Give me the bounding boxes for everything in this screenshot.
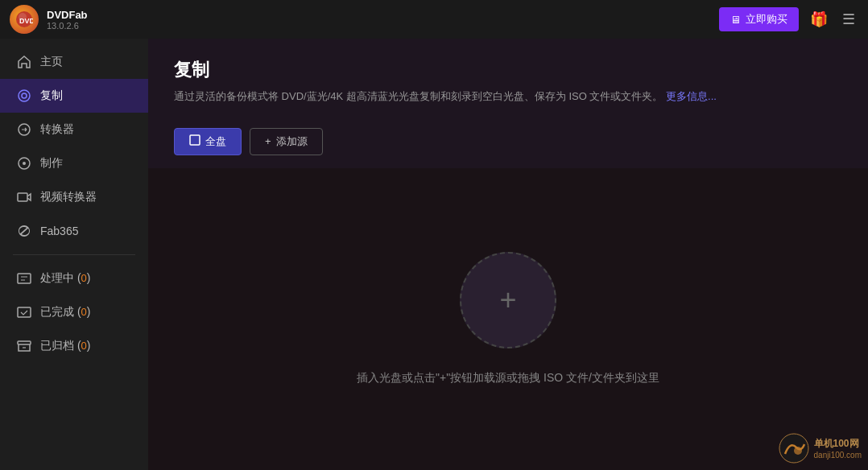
- app-version: 13.0.2.6: [47, 21, 88, 31]
- gift-icon: 🎁: [810, 11, 828, 27]
- sidebar-item-copy-label: 复制: [40, 89, 63, 103]
- app-logo-icon: DVD: [10, 5, 39, 34]
- sidebar-item-video-converter[interactable]: 视频转换器: [0, 180, 148, 214]
- processing-count: 0: [81, 272, 87, 284]
- drop-area[interactable]: + 插入光盘或点击"+"按钮加载源或拖拽 ISO 文件/文件夹到这里 单机100…: [148, 168, 868, 470]
- drop-hint: 插入光盘或点击"+"按钮加载源或拖拽 ISO 文件/文件夹到这里: [357, 371, 659, 385]
- sidebar-item-home-label: 主页: [40, 55, 63, 69]
- svg-point-7: [23, 162, 26, 165]
- sidebar: 主页 复制 转换器: [0, 39, 148, 470]
- svg-point-13: [779, 434, 808, 463]
- creator-icon: [16, 155, 32, 171]
- app-name: DVDFab: [47, 9, 88, 21]
- sidebar-item-fab365[interactable]: Fab365: [0, 214, 148, 248]
- plus-icon: +: [499, 286, 516, 315]
- topbar: DVD DVDFab 13.0.2.6 🖥 立即购买 🎁 ☰: [0, 0, 868, 39]
- converter-icon: [16, 122, 32, 138]
- processing-icon: [16, 270, 32, 287]
- full-disc-label: 全盘: [205, 134, 226, 149]
- sidebar-item-home[interactable]: 主页: [0, 45, 148, 79]
- toolbar: 全盘 + 添加源: [148, 118, 868, 168]
- more-info-link[interactable]: 更多信息...: [666, 90, 717, 102]
- buy-icon: 🖥: [730, 14, 741, 26]
- description-text: 通过灵活的备份模式将 DVD/蓝光/4K 超高清蓝光光盘复制和刻录到空白光盘、保…: [174, 90, 663, 102]
- sidebar-item-creator[interactable]: 制作: [0, 146, 148, 180]
- watermark-text: 单机100网 danji100.com: [814, 437, 862, 460]
- add-source-circle[interactable]: +: [460, 252, 556, 348]
- fab365-icon: [16, 223, 32, 239]
- svg-rect-9: [18, 274, 31, 283]
- svg-point-14: [794, 447, 802, 455]
- watermark-site: 单机100网: [814, 437, 859, 451]
- archived-icon: [16, 338, 32, 354]
- sidebar-item-archived[interactable]: 已归档 (0): [0, 329, 148, 363]
- copy-icon: [16, 88, 32, 104]
- add-source-button[interactable]: + 添加源: [250, 128, 323, 155]
- sidebar-item-completed-label: 已完成 (0): [40, 305, 90, 320]
- home-icon: [16, 54, 32, 70]
- sidebar-item-completed[interactable]: 已完成 (0): [0, 295, 148, 329]
- watermark: 单机100网 danji100.com: [779, 433, 862, 464]
- svg-point-4: [22, 93, 27, 98]
- watermark-sub: danji100.com: [814, 451, 862, 460]
- svg-rect-10: [18, 307, 31, 317]
- sidebar-item-copy[interactable]: 复制: [0, 79, 148, 113]
- menu-button[interactable]: ☰: [839, 7, 858, 31]
- buy-button[interactable]: 🖥 立即购买: [719, 7, 799, 31]
- svg-rect-12: [190, 135, 200, 145]
- sidebar-item-creator-label: 制作: [40, 156, 63, 171]
- sidebar-item-fab365-label: Fab365: [40, 225, 78, 237]
- main-layout: 主页 复制 转换器: [0, 39, 868, 470]
- content-header: 复制 通过灵活的备份模式将 DVD/蓝光/4K 超高清蓝光光盘复制和刻录到空白光…: [148, 39, 868, 118]
- add-source-label: 添加源: [276, 134, 308, 149]
- archived-count: 0: [81, 340, 87, 352]
- svg-point-3: [19, 90, 30, 101]
- sidebar-item-processing[interactable]: 处理中 (0): [0, 262, 148, 295]
- content-description: 通过灵活的备份模式将 DVD/蓝光/4K 超高清蓝光光盘复制和刻录到空白光盘、保…: [174, 89, 842, 105]
- content-area: 复制 通过灵活的备份模式将 DVD/蓝光/4K 超高清蓝光光盘复制和刻录到空白光…: [148, 39, 868, 470]
- topbar-right: 🖥 立即购买 🎁 ☰: [719, 7, 858, 31]
- full-disc-button[interactable]: 全盘: [174, 128, 242, 155]
- sidebar-item-converter[interactable]: 转换器: [0, 113, 148, 146]
- sidebar-item-video-converter-label: 视频转换器: [40, 190, 97, 204]
- add-icon: +: [265, 135, 271, 147]
- page-title: 复制: [174, 58, 842, 82]
- disc-icon: [189, 134, 200, 148]
- svg-text:DVD: DVD: [19, 17, 33, 25]
- buy-label: 立即购买: [746, 12, 787, 27]
- sidebar-item-converter-label: 转换器: [40, 122, 74, 137]
- completed-count: 0: [81, 306, 87, 318]
- svg-rect-11: [18, 341, 31, 344]
- app-name-version: DVDFab 13.0.2.6: [47, 9, 88, 31]
- video-converter-icon: [16, 189, 32, 205]
- svg-rect-8: [18, 193, 27, 201]
- sidebar-item-processing-label: 处理中 (0): [40, 271, 90, 286]
- sidebar-divider: [13, 254, 135, 255]
- gift-button[interactable]: 🎁: [807, 7, 831, 31]
- completed-icon: [16, 304, 32, 320]
- topbar-left: DVD DVDFab 13.0.2.6: [10, 5, 88, 34]
- menu-icon: ☰: [842, 11, 855, 27]
- sidebar-item-archived-label: 已归档 (0): [40, 339, 90, 353]
